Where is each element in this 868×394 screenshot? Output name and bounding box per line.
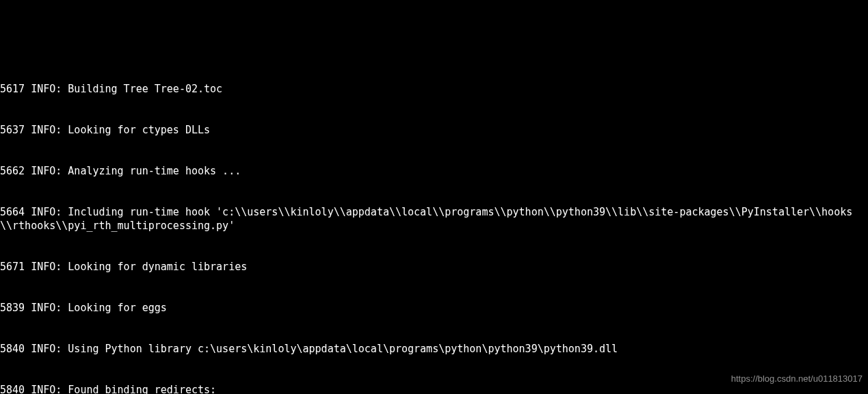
log-line: 5839 INFO: Looking for eggs bbox=[0, 301, 868, 315]
log-line: 5840 INFO: Using Python library c:\users… bbox=[0, 342, 868, 356]
watermark: https://blog.csdn.net/u011813017 bbox=[731, 372, 863, 386]
log-line: 5664 INFO: Including run-time hook 'c:\\… bbox=[0, 205, 868, 233]
terminal-output[interactable]: 5617 INFO: Building Tree Tree-02.toc 563… bbox=[0, 55, 868, 394]
log-line: 5637 INFO: Looking for ctypes DLLs bbox=[0, 123, 868, 137]
log-line: 5671 INFO: Looking for dynamic libraries bbox=[0, 260, 868, 274]
log-line: 5662 INFO: Analyzing run-time hooks ... bbox=[0, 164, 868, 178]
log-line: 5617 INFO: Building Tree Tree-02.toc bbox=[0, 82, 868, 96]
